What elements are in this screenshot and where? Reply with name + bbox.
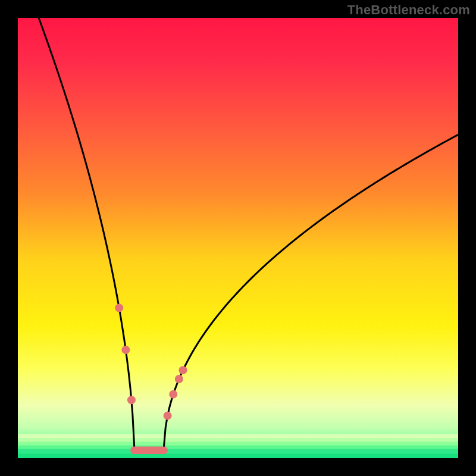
svg-rect-5 (18, 454, 458, 458)
chart-frame: TheBottleneck.com (0, 0, 476, 476)
watermark-text: TheBottleneck.com (347, 2, 470, 18)
green-band-group (18, 434, 458, 458)
svg-point-6 (115, 303, 123, 312)
svg-point-10 (169, 390, 177, 399)
chart-svg (18, 18, 458, 458)
top-edge-band (18, 18, 458, 20)
gradient-background (18, 18, 458, 458)
svg-rect-0 (18, 434, 458, 438)
plot-area (18, 18, 458, 458)
svg-point-7 (121, 346, 130, 354)
svg-rect-4 (18, 449, 458, 454)
svg-point-8 (127, 396, 136, 404)
svg-point-11 (175, 375, 183, 383)
svg-point-9 (164, 412, 172, 420)
svg-point-12 (179, 366, 187, 374)
